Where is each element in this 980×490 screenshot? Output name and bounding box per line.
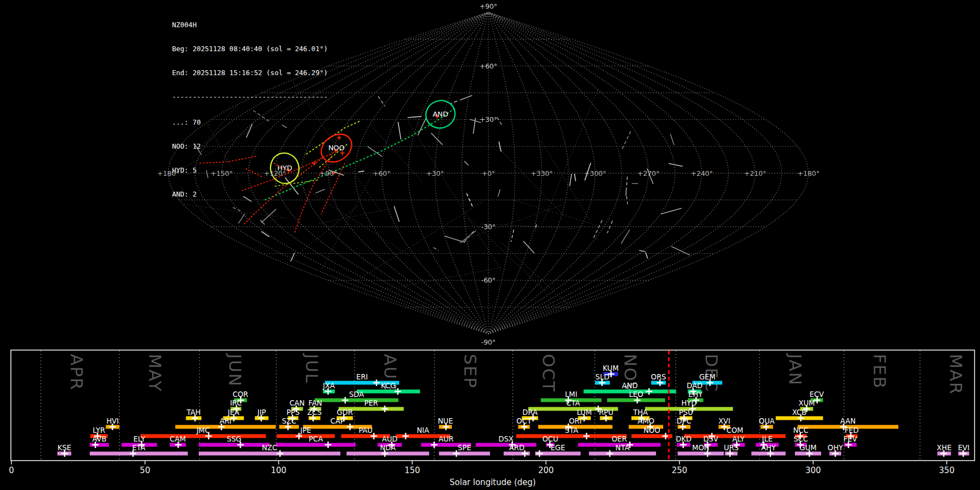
shower-code-OER: OER (611, 435, 627, 443)
lon-label: +60° (373, 169, 391, 177)
shower-code-AAN: AAN (840, 417, 855, 425)
lon-label: +270° (638, 169, 660, 177)
shower-code-COM: COM (726, 426, 743, 434)
shower-code-DRA: DRA (523, 408, 538, 416)
shower-bar-PCA (276, 443, 356, 447)
x-tick-200: 200 (538, 465, 554, 475)
shower-code-ORI: ORI (569, 417, 581, 425)
lat-label: +60° (480, 62, 498, 70)
station-id: NZ004H (172, 21, 328, 29)
radiant-label-NOO: NOO (328, 144, 345, 152)
shower-code-NIA: NIA (417, 426, 430, 434)
shower-bar-SPE (439, 452, 490, 456)
shower-code-SDA: SDA (349, 390, 364, 399)
month-label-APR: APR (67, 354, 87, 390)
x-tick-0: 0 (9, 465, 14, 475)
lon-label: +0° (482, 169, 495, 177)
shower-code-JMC: JMC (196, 426, 210, 434)
shower-code-SPE: SPE (458, 444, 471, 452)
shower-code-AND: AND (622, 382, 638, 390)
lat-label: +90° (480, 2, 498, 10)
shower-code-THA: THA (633, 408, 648, 416)
x-tick-300: 300 (805, 465, 821, 475)
x-tick-100: 100 (271, 465, 286, 475)
lat-label: -90° (481, 338, 496, 346)
shower-code-QUA: QUA (759, 417, 775, 425)
shower-code-GEM: GEM (699, 373, 715, 381)
shower-bar-JMC (140, 434, 266, 438)
radiant-label-AND: AND (433, 110, 449, 118)
x-tick-50: 50 (140, 465, 150, 475)
shower-code-LMI: LMI (565, 390, 578, 399)
lat-label: -30° (481, 223, 496, 231)
shower-code-NOO: NOO (644, 426, 660, 434)
month-label-JUN: JUN (225, 353, 245, 387)
shower-bar-NZC (199, 452, 340, 456)
end-time: End: 20251128 15:16:52 (sol = 246.29°) (172, 69, 328, 77)
divider: -------------------------------------- (172, 93, 328, 101)
shower-bar-ETA (90, 452, 188, 456)
screenshot-root: ANDNOOHYD+180°+150°+120°+90°+60°+30°+0°+… (0, 0, 980, 490)
hyd-count: HYD: 5 (172, 167, 328, 175)
shower-code-LEO: LEO (629, 390, 643, 399)
shower-code-FED: FED (844, 426, 859, 434)
shower-code-DSX: DSX (499, 435, 514, 443)
month-label-SEP: SEP (461, 354, 480, 389)
x-axis-title: Solar longitude (deg) (450, 477, 536, 487)
shower-code-STA: STA (565, 426, 578, 434)
shower-code-LYR: LYR (93, 426, 105, 434)
shower-code-ALY: ALY (732, 435, 745, 443)
lon-label: +330° (531, 169, 553, 177)
and-count: AND: 2 (172, 191, 328, 199)
x-tick-150: 150 (405, 465, 420, 475)
shower-code-TAH: TAH (186, 408, 201, 416)
shower-code-PCA: PCA (309, 435, 323, 443)
lat-label: +30° (480, 115, 498, 124)
lon-label: +180° (798, 169, 820, 177)
shower-code-ORS: ORS (651, 373, 666, 381)
shower-code-DAD: DAD (687, 382, 702, 390)
noo-count: NOO: 12 (172, 143, 328, 151)
shower-code-XCB: XCB (792, 408, 806, 416)
info-panel: NZ004H Beg: 20251128 08:40:40 (sol = 246… (172, 5, 328, 214)
shower-code-SSG: SSG (227, 435, 242, 443)
shower-code-FAN: FAN (308, 399, 322, 407)
month-label-MAR: MAR (946, 354, 966, 395)
lon-label: +30° (426, 169, 444, 177)
shower-code-AUR: AUR (438, 435, 454, 443)
lon-label: +210° (744, 169, 767, 177)
shower-bar-SSG (199, 443, 270, 447)
shower-bar-STA (516, 434, 627, 438)
shower-code-JPE: JPE (300, 426, 311, 434)
shower-labels: KUMERISLDORSGEMJXAKCGANDDADCORSDALMILEOE… (58, 364, 970, 452)
x-tick-250: 250 (672, 465, 688, 475)
shower-code-KCG: KCG (381, 382, 396, 390)
sporadic-count: ...: 70 (172, 119, 328, 127)
x-tick-350: 350 (939, 465, 955, 475)
shower-bar-ARI (175, 425, 276, 429)
month-label-JUL: JUL (302, 353, 322, 384)
month-label-OCT: OCT (539, 354, 559, 393)
shower-bar-JPE (277, 434, 335, 438)
radiant-activity-plot: ANDNOOHYD+180°+150°+120°+90°+60°+30°+0°+… (0, 0, 980, 490)
shower-code-PAU: PAU (359, 426, 373, 434)
lon-label: +240° (691, 169, 713, 177)
lon-label: +300° (584, 169, 607, 177)
shower-code-CAN: CAN (290, 399, 305, 407)
x-axis: 050100150200250300350Solar longitude (de… (9, 461, 954, 487)
shower-code-NZC: NZC (262, 444, 277, 452)
begin-time: Beg: 20251128 08:40:40 (sol = 246.01°) (172, 45, 328, 53)
shower-bar-DSX (476, 443, 536, 447)
shower-code-PER: PER (364, 399, 378, 407)
shower-code-ELY: ELY (133, 435, 146, 443)
month-label-JAN: JAN (786, 353, 805, 386)
shower-code-GDR: GDR (337, 408, 353, 416)
shower-bar-SDA (315, 399, 399, 402)
shower-bar-MON (678, 452, 724, 456)
shower-code-ERI: ERI (356, 373, 367, 381)
month-label-MAY: MAY (145, 354, 165, 392)
shower-code-PSU: PSU (679, 408, 693, 416)
shower-code-AUD: AUD (382, 435, 397, 443)
month-label-FEB: FEB (870, 354, 890, 389)
shower-bar-NTA (589, 452, 656, 456)
